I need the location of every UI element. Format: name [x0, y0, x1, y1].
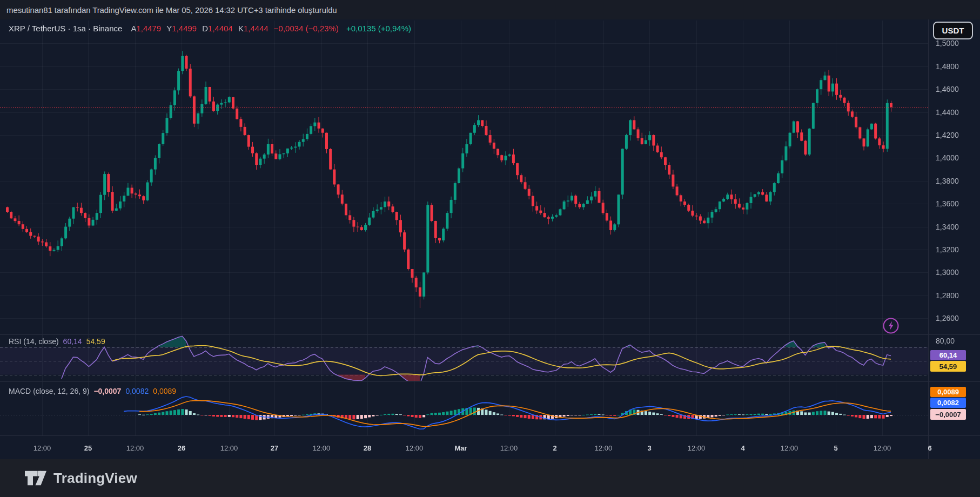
symbol-title: XRP / TetherUS · 1sa · Binance	[9, 24, 122, 33]
time-axis-label: 6	[928, 444, 931, 452]
time-axis-label: 12:00	[595, 444, 613, 452]
currency-toggle-button[interactable]: USDT	[933, 22, 973, 39]
rsi-value: 60,14	[63, 337, 82, 346]
attribution-text: mesutinan81 tarafından TradingView.com i…	[6, 5, 337, 15]
time-axis-label: 12:00	[313, 444, 331, 452]
rsi-title: RSI	[9, 337, 21, 346]
time-axis-label: 12:00	[406, 444, 424, 452]
time-axis-label: 12:00	[781, 444, 798, 452]
macd-params: (close, 12, 26, 9)	[33, 387, 89, 395]
rsi-ma-badge: 54,59	[930, 361, 966, 372]
time-axis-label: 3	[647, 444, 651, 452]
time-axis-label: Mar	[454, 444, 467, 452]
high-value: 1,4499	[172, 24, 197, 33]
time-axis-label: 2	[553, 444, 556, 452]
rsi-ma-value: 54,59	[86, 337, 105, 346]
time-axis-label: 27	[271, 444, 278, 452]
attribution-bar: mesutinan81 tarafından TradingView.com i…	[0, 0, 980, 19]
tradingview-snapshot: mesutinan81 tarafından TradingView.com i…	[0, 0, 980, 497]
time-axis-label: 5	[834, 444, 837, 452]
rsi-params: (14, close)	[23, 337, 58, 346]
close-label: K	[238, 24, 244, 33]
time-axis-label: 4	[741, 444, 744, 452]
change-value: −0,0034 (−0,23%)	[274, 24, 339, 33]
time-axis-label: 12:00	[220, 444, 238, 452]
macd-hist-value: −0,0007	[93, 387, 121, 395]
rsi-legend[interactable]: RSI (14, close) 60,14 54,59	[9, 337, 105, 346]
tradingview-logo-icon[interactable]	[25, 471, 46, 486]
rsi-scale-label: 80,00	[936, 337, 955, 345]
time-axis-label: 26	[178, 444, 185, 452]
tradingview-wordmark[interactable]: TradingView	[53, 470, 137, 487]
open-value: 1,4479	[136, 24, 161, 33]
footer-bar: TradingView	[0, 459, 980, 497]
high-label: Y	[166, 24, 172, 33]
ohlc-values: A1,4479 Y1,4499 D1,4404 K1,4444	[131, 24, 268, 33]
time-axis-label: 25	[84, 444, 92, 452]
low-value: 1,4404	[208, 24, 233, 33]
macd-signal-value: 0,0089	[153, 387, 176, 395]
time-axis-label: 28	[364, 444, 371, 452]
secondary-change-value: +0,0135 (+0,94%)	[346, 24, 411, 33]
macd-hist-badge: −0,0007	[930, 409, 966, 420]
time-axis-label: 12:00	[500, 444, 518, 452]
time-axis-label: 12:00	[688, 444, 706, 452]
macd-legend[interactable]: MACD (close, 12, 26, 9) −0,0007 0,0082 0…	[9, 387, 176, 395]
time-axis-label: 12:00	[874, 444, 891, 452]
open-label: A	[131, 24, 136, 33]
macd-line-badge: 0,0082	[930, 398, 966, 408]
time-axis-label: 12:00	[126, 444, 144, 452]
lightning-button[interactable]	[882, 317, 900, 335]
macd-title: MACD	[9, 387, 31, 395]
symbol-legend[interactable]: XRP / TetherUS · 1sa · Binance A1,4479 Y…	[9, 24, 411, 33]
time-axis[interactable]: 12:002512:002612:002712:002812:00Mar12:0…	[0, 0, 980, 497]
macd-signal-badge: 0,0089	[930, 387, 966, 397]
close-value: 1,4444	[244, 24, 269, 33]
low-label: D	[202, 24, 208, 33]
macd-line-value: 0,0082	[125, 387, 149, 395]
rsi-badge: 60,14	[930, 350, 966, 360]
time-axis-label: 12:00	[33, 444, 51, 452]
lightning-icon	[882, 317, 900, 335]
